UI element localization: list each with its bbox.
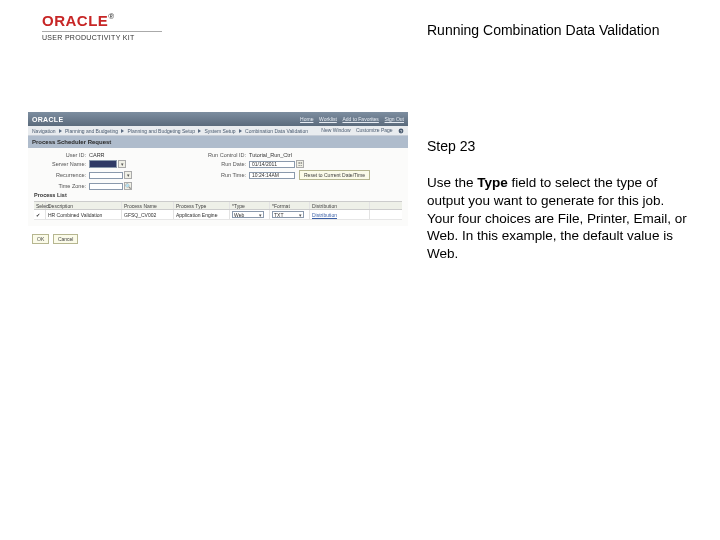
time-zone-input[interactable] [89, 183, 123, 190]
grid-header: Select Description Process Name Process … [34, 201, 402, 210]
breadcrumb-path: Navigation Planning and Budgeting Planni… [32, 128, 310, 134]
grid-head-select: Select [34, 202, 46, 209]
lookup-icon[interactable]: 🔍 [124, 182, 132, 190]
section-header: Process Scheduler Request [28, 136, 408, 148]
row-description: HR Combined Validation [46, 210, 122, 219]
app-toplinks: Home Worklist Add to Favorites Sign Out [296, 116, 404, 122]
instruction-panel: Step 23 Use the Type field to select the… [427, 138, 691, 263]
recurrence-select[interactable] [89, 172, 123, 179]
grid-head-format: *Format [270, 202, 310, 209]
run-date-input[interactable]: 01/14/2011 [249, 161, 295, 168]
logo-block: ORACLE® USER PRODUCTIVITY KIT [42, 12, 162, 41]
chevron-right-icon [59, 129, 62, 133]
bc-new-window[interactable]: New Window [321, 127, 350, 133]
oracle-logo: ORACLE® [42, 12, 162, 29]
step-body-bold: Type [477, 175, 508, 190]
chevron-down-icon: ▾ [299, 212, 302, 218]
toplink-favorites[interactable]: Add to Favorites [342, 116, 378, 122]
bc-1[interactable]: Planning and Budgeting [65, 128, 118, 134]
calendar-icon[interactable]: ☷ [296, 160, 304, 168]
distribution-link[interactable]: Distribution [310, 210, 370, 219]
oracle-logo-text: ORACLE [42, 12, 108, 29]
step-body-pre: Use the [427, 175, 477, 190]
row-process-type: Application Engine [174, 210, 230, 219]
upk-subtitle: USER PRODUCTIVITY KIT [42, 34, 162, 41]
reset-datetime-button[interactable]: Reset to Current Date/Time [299, 170, 370, 180]
grid-head-procname: Process Name [122, 202, 174, 209]
grid-head-distribution: Distribution [310, 202, 370, 209]
app-topbar: ORACLE Home Worklist Add to Favorites Si… [28, 112, 408, 126]
app-screenshot: ORACLE Home Worklist Add to Favorites Si… [28, 112, 408, 246]
toplink-signout[interactable]: Sign Out [385, 116, 404, 122]
server-name-label: Server Name: [34, 161, 86, 167]
app-brand: ORACLE [32, 116, 63, 123]
chevron-right-icon [121, 129, 124, 133]
type-select[interactable]: Web ▾ [232, 211, 264, 218]
breadcrumb: Navigation Planning and Budgeting Planni… [28, 126, 408, 136]
time-zone-label: Time Zone: [34, 183, 86, 189]
user-id-value: CARR [89, 152, 105, 158]
toplink-worklist[interactable]: Worklist [319, 116, 337, 122]
run-time-label: Run Time: [184, 172, 246, 178]
run-date-label: Run Date: [184, 161, 246, 167]
grid-head-description: Description [46, 202, 122, 209]
bc-0[interactable]: Navigation [32, 128, 56, 134]
grid-head-type: *Type [230, 202, 270, 209]
recurrence-label: Recurrence: [34, 172, 86, 178]
chevron-right-icon [239, 129, 242, 133]
step-body: Use the Type field to select the type of… [427, 174, 691, 263]
bc-customize[interactable]: Customize Page [356, 127, 393, 133]
logo-divider [42, 31, 162, 32]
process-list-grid: Select Description Process Name Process … [34, 201, 402, 220]
format-select-value: TXT [274, 212, 283, 218]
chevron-down-icon[interactable]: ▾ [118, 160, 126, 168]
bc-4[interactable]: Combination Data Validation [245, 128, 308, 134]
run-time-input[interactable]: 10:24:14AM [249, 172, 295, 179]
bc-3[interactable]: System Setup [204, 128, 235, 134]
footer-buttons: OK Cancel [28, 232, 408, 246]
process-list-label: Process List [34, 192, 402, 198]
row-select-checkbox[interactable]: ✔ [34, 210, 46, 219]
row-process-name: GFSQ_CV002 [122, 210, 174, 219]
user-id-label: User ID: [34, 152, 86, 158]
toplink-home[interactable]: Home [300, 116, 313, 122]
ok-button[interactable]: OK [32, 234, 49, 244]
bc-2[interactable]: Planning and Budgeting Setup [128, 128, 196, 134]
format-select[interactable]: TXT ▾ [272, 211, 304, 218]
page-title: Running Combination Data Validation [427, 22, 659, 38]
help-icon[interactable]: ? [398, 127, 404, 133]
cancel-button[interactable]: Cancel [53, 234, 79, 244]
chevron-down-icon[interactable]: ▾ [124, 171, 132, 179]
grid-head-proctype: Process Type [174, 202, 230, 209]
run-control-label: Run Control ID: [184, 152, 246, 158]
breadcrumb-actions: New Window Customize Page ? [317, 127, 404, 134]
chevron-down-icon: ▾ [259, 212, 262, 218]
run-control-value: Tutorial_Run_Ctrl [249, 152, 292, 158]
registered-mark: ® [108, 12, 114, 21]
checkmark-icon: ✔ [36, 212, 40, 218]
form-area: User ID: CARR Run Control ID: Tutorial_R… [28, 148, 408, 226]
type-select-value: Web [234, 212, 244, 218]
chevron-right-icon [198, 129, 201, 133]
server-name-select[interactable] [89, 160, 117, 168]
table-row: ✔ HR Combined Validation GFSQ_CV002 Appl… [34, 210, 402, 220]
step-label: Step 23 [427, 138, 691, 154]
